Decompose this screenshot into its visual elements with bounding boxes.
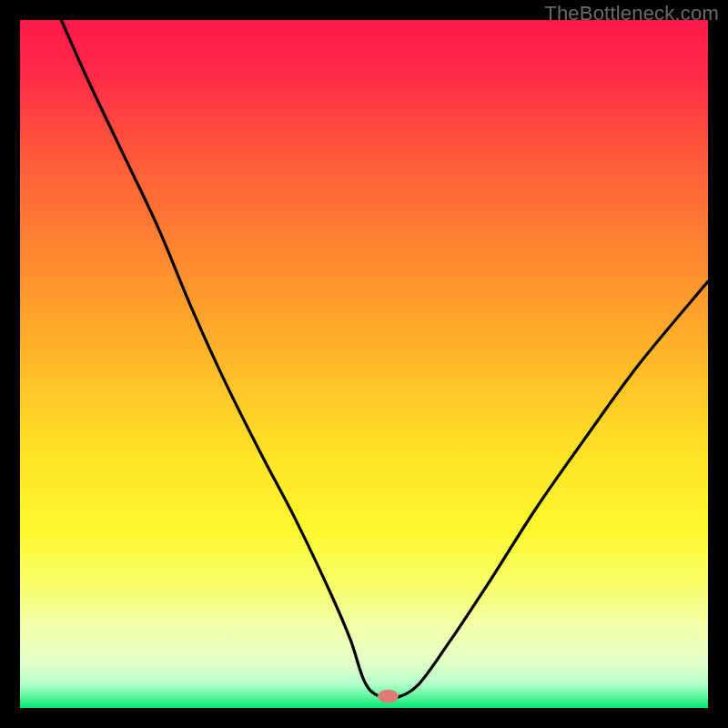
gradient-background <box>20 20 708 708</box>
plot-area <box>20 20 708 708</box>
chart-frame: TheBottleneck.com <box>0 0 728 728</box>
bottleneck-chart-svg <box>20 20 708 708</box>
optimal-point-marker <box>378 690 398 703</box>
watermark-text: TheBottleneck.com <box>544 2 719 25</box>
